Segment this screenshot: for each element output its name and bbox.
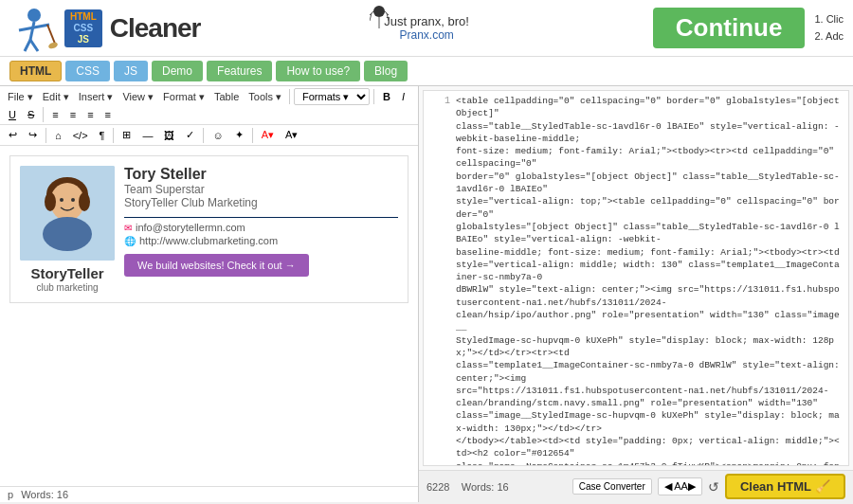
- tb-bgcolor[interactable]: A▾: [281, 127, 302, 143]
- tb-strikethrough[interactable]: S: [23, 107, 39, 122]
- tb-check[interactable]: ✓: [181, 127, 199, 143]
- tb-bold[interactable]: B: [378, 89, 395, 104]
- avatar-image: [20, 166, 115, 261]
- right-panel: 1 <table cellpadding="0" cellspacing="0"…: [419, 86, 853, 502]
- tb-align-justify[interactable]: ≡: [100, 107, 116, 122]
- toolbar-icons: ↩ ↪ ⌂ </> ¶ ⊞ — 🖼 ✓ ☺ ✦ A▾ A▾: [0, 125, 418, 146]
- tb-emoji[interactable]: ☺: [208, 128, 227, 143]
- svg-point-7: [373, 6, 385, 17]
- toolbar-menus: File ▾ Edit ▾ Insert ▾ View ▾ Format ▾ T…: [0, 86, 418, 125]
- fonts-dropdown[interactable]: Formats ▾: [294, 88, 370, 105]
- css-label: CSS: [74, 23, 94, 34]
- broom-icon: 🧹: [815, 479, 830, 494]
- tb-align-center[interactable]: ≡: [65, 107, 81, 122]
- menu-file[interactable]: File ▾: [4, 90, 37, 104]
- promo-text: Just pranx, bro!: [201, 14, 653, 28]
- svg-point-18: [43, 217, 92, 251]
- tb-align-left[interactable]: ≡: [47, 107, 63, 122]
- tb-source[interactable]: </>: [68, 128, 93, 143]
- toolbar-sep2: [373, 89, 374, 104]
- svg-line-4: [30, 40, 38, 51]
- continue-button[interactable]: Continue: [653, 8, 806, 48]
- nav-features[interactable]: Features: [207, 61, 272, 81]
- toolbar-sep7: [252, 128, 253, 143]
- person-name: Tory Steller: [124, 166, 398, 183]
- svg-line-5: [47, 25, 55, 44]
- nav-demo[interactable]: Demo: [152, 61, 203, 81]
- nav-css[interactable]: CSS: [65, 61, 110, 81]
- logo-name: Cleaner: [110, 13, 201, 44]
- nav-howto[interactable]: How to use?: [276, 61, 360, 81]
- word-count: Words: 16: [21, 489, 68, 500]
- tb-special[interactable]: ✦: [230, 127, 248, 143]
- line-content-1: <table cellpadding="0" cellspacing="0" b…: [456, 95, 844, 466]
- menu-table[interactable]: Table: [210, 90, 243, 103]
- menu-tools[interactable]: Tools ▾: [245, 90, 285, 104]
- side-notes: 1. Clic 2. Adc: [814, 11, 844, 45]
- tb-paragraph[interactable]: ¶: [95, 128, 110, 143]
- card-info: Tory Steller Team Superstar StoryTeller …: [124, 166, 398, 293]
- menu-format[interactable]: Format ▾: [159, 90, 209, 104]
- line-number-1: 1: [427, 95, 450, 466]
- toolbar-sep5: [113, 128, 114, 143]
- logo-area: HTML CSS JS Cleaner: [9, 4, 201, 53]
- menu-edit[interactable]: Edit ▾: [39, 90, 73, 104]
- nav-blog[interactable]: Blog: [364, 61, 408, 81]
- top-banner: HTML CSS JS Cleaner Just pranx, bro! Pra…: [0, 0, 853, 57]
- email-text: info@storytellermn.com: [136, 222, 245, 233]
- svg-point-19: [45, 192, 56, 211]
- toolbar-sep3: [43, 107, 44, 122]
- person-title: Team Superstar: [124, 183, 398, 196]
- logo-figure-icon: [9, 4, 59, 53]
- menu-view[interactable]: View ▾: [118, 90, 157, 104]
- paragraph-indicator: p: [8, 489, 13, 500]
- aaa-button[interactable]: ◀ AA▶: [658, 477, 702, 495]
- tb-home[interactable]: ⌂: [50, 128, 66, 143]
- logo-text-badge: HTML CSS JS: [64, 9, 102, 47]
- line-num-display: 6228: [426, 481, 449, 493]
- clean-html-label: Clean HTML: [740, 479, 811, 494]
- nav-js[interactable]: JS: [114, 61, 148, 81]
- brand-sub: club marketing: [30, 282, 103, 293]
- tb-color[interactable]: A▾: [257, 127, 279, 143]
- svg-line-2: [30, 22, 34, 40]
- code-footer: 6228 Words: 16 Case Converter ◀ AA▶ ↺ Cl…: [419, 470, 853, 502]
- menu-insert[interactable]: Insert ▾: [75, 90, 118, 104]
- refresh-button[interactable]: ↺: [708, 479, 719, 495]
- case-converter-button[interactable]: Case Converter: [572, 478, 652, 495]
- tb-align-right[interactable]: ≡: [82, 107, 98, 122]
- editor-area: File ▾ Edit ▾ Insert ▾ View ▾ Format ▾ T…: [0, 86, 853, 502]
- words-display: Words: 16: [462, 481, 509, 493]
- card-inner: StoryTeller club marketing Tory Steller …: [20, 166, 398, 293]
- svg-line-3: [25, 40, 30, 51]
- toolbar-sep6: [203, 128, 204, 143]
- svg-point-17: [71, 198, 75, 202]
- clean-html-button[interactable]: Clean HTML 🧹: [725, 474, 845, 499]
- html-label: HTML: [70, 11, 97, 23]
- website-text: http://www.clubmarketing.com: [139, 235, 278, 246]
- editor-footer: p Words: 16: [0, 486, 418, 502]
- svg-point-0: [27, 9, 41, 22]
- email-row: ✉ info@storytellermn.com: [124, 222, 398, 233]
- tb-redo[interactable]: ↪: [24, 127, 42, 143]
- tb-italic[interactable]: I: [397, 89, 409, 104]
- avatar-column: StoryTeller club marketing: [20, 166, 115, 293]
- tb-underline[interactable]: U: [4, 107, 21, 122]
- editor-content[interactable]: StoryTeller club marketing Tory Steller …: [0, 146, 418, 486]
- left-panel: File ▾ Edit ▾ Insert ▾ View ▾ Format ▾ T…: [0, 86, 419, 502]
- footer-tools: Case Converter ◀ AA▶ ↺ Clean HTML 🧹: [572, 474, 845, 499]
- svg-point-16: [60, 198, 64, 202]
- svg-point-20: [79, 192, 90, 211]
- promo-link[interactable]: Pranx.com: [201, 28, 653, 42]
- nav-html[interactable]: HTML: [9, 61, 62, 81]
- js-label: JS: [78, 34, 89, 45]
- email-icon: ✉: [124, 223, 132, 233]
- wysiwyg-card: StoryTeller club marketing Tory Steller …: [9, 155, 408, 303]
- tb-table[interactable]: ⊞: [118, 127, 136, 143]
- toolbar-sep: [289, 89, 290, 104]
- tb-hr[interactable]: —: [137, 128, 157, 143]
- cta-button[interactable]: We build websites! Check it out →: [124, 254, 309, 277]
- tb-image[interactable]: 🖼: [159, 128, 179, 143]
- tb-undo[interactable]: ↩: [4, 127, 22, 143]
- code-area[interactable]: 1 <table cellpadding="0" cellspacing="0"…: [423, 90, 849, 466]
